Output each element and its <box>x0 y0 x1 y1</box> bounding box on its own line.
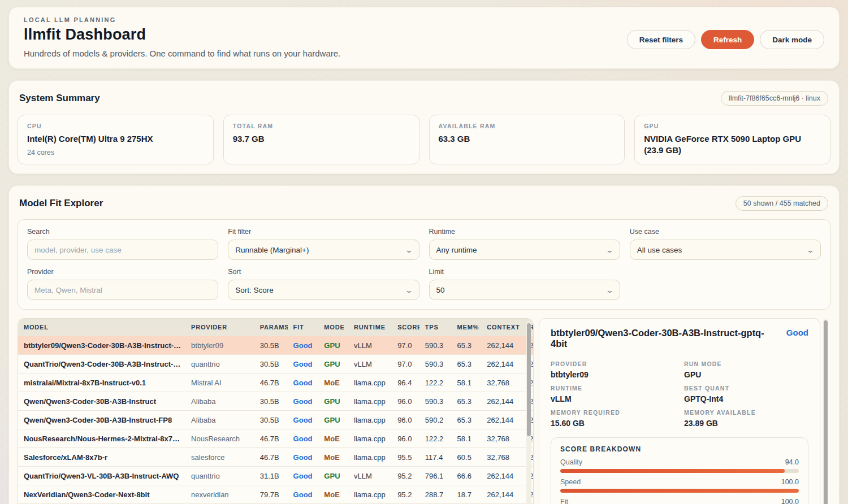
detail-scrollbar-thumb[interactable] <box>824 320 828 504</box>
use-case-select[interactable]: All use cases ⌄ <box>630 240 821 260</box>
detail-field-memory-required: MEMORY REQUIRED15.60 GB <box>551 409 675 428</box>
cell-model: Qwen/Qwen3-Coder-30B-A3B-Instruct-FP8 <box>18 411 185 429</box>
cell-model: btbtyler09/Qwen3-Coder-30B-A3B-Instruct-… <box>18 336 185 355</box>
cell-context: 262,144 <box>481 467 523 485</box>
runtime-filter-group: Runtime Any runtime ⌄ <box>429 228 620 260</box>
detail-field-label: MEMORY AVAILABLE <box>684 409 808 416</box>
fit-filter-label: Fit filter <box>228 228 419 236</box>
cell-model: mistralai/Mixtral-8x7B-Instruct-v0.1 <box>18 373 185 392</box>
limit-filter-group: Limit 50 ⌄ <box>429 268 620 300</box>
cell-model: NexVeridian/Qwen3-Coder-Next-8bit <box>18 485 185 504</box>
detail-field-label: BEST QUANT <box>684 385 808 392</box>
search-field-group: Search <box>27 228 218 260</box>
dashboard-page: LOCAL LLM PLANNING llmfit Dashboard Hund… <box>0 0 848 504</box>
cell-context: 32,768 <box>481 429 523 448</box>
use-case-label: Use case <box>630 228 821 236</box>
match-count-badge: 50 shown / 455 matched <box>735 196 828 211</box>
cell-provider: salesforce <box>185 448 254 467</box>
runtime-label: Runtime <box>429 228 620 236</box>
cell-tps: 590.3 <box>419 355 452 373</box>
stat-value: 93.7 GB <box>233 133 410 145</box>
system-summary-title: System Summary <box>19 93 100 104</box>
table-row[interactable]: Salesforce/xLAM-8x7b-rsalesforce46.7BGoo… <box>18 448 534 467</box>
cell-runtime: llama.cpp <box>348 448 392 467</box>
column-header-tps: TPS <box>419 319 452 336</box>
stat-value: NVIDIA GeForce RTX 5090 Laptop GPU (23.9… <box>644 133 821 157</box>
page-title: llmfit Dashboard <box>24 26 340 44</box>
table-scrollbar-thumb[interactable] <box>527 323 531 436</box>
column-header-runtime: RUNTIME <box>348 319 392 336</box>
chevron-down-icon: ⌄ <box>404 246 413 254</box>
stat-label: TOTAL RAM <box>233 123 410 129</box>
sort-filter-group: Sort Sort: Score ⌄ <box>228 268 419 300</box>
cell-model: QuantTrio/Qwen3-Coder-30B-A3B-Instruct-A… <box>18 355 185 373</box>
cell-runtime: llama.cpp <box>348 392 392 411</box>
score-breakdown-heading: SCORE BREAKDOWN <box>560 445 799 453</box>
sort-select[interactable]: Sort: Score ⌄ <box>228 280 419 300</box>
column-header-provider: PROVIDER <box>185 319 254 336</box>
cell-score: 96.4 <box>392 373 419 392</box>
system-summary-section: System Summary llmfit-7f86f65cc6-mnlj6 ·… <box>8 80 840 174</box>
cell-score: 97.0 <box>392 336 419 355</box>
cell-provider: nexveridian <box>185 485 254 504</box>
column-header-score: SCORE <box>392 319 419 336</box>
cell-mode: MoE <box>318 429 348 448</box>
table-row[interactable]: Qwen/Qwen3-Coder-30B-A3B-Instruct-FP8Ali… <box>18 411 534 429</box>
column-header-mode: MODE <box>318 319 348 336</box>
refresh-button[interactable]: Refresh <box>701 30 754 49</box>
search-input[interactable] <box>27 240 218 260</box>
column-header-mem: MEM% <box>452 319 482 336</box>
detail-field-value: 15.60 GB <box>551 419 675 428</box>
model-table-card: MODELPROVIDERPARAMSFITMODERUNTIMESCORETP… <box>18 318 534 504</box>
cell-provider: Alibaba <box>185 411 254 429</box>
table-scrollbar[interactable] <box>526 321 531 504</box>
cell-fit: Good <box>288 485 319 504</box>
cell-score: 95.5 <box>392 448 419 467</box>
column-header-fit: FIT <box>288 319 319 336</box>
score-bar-value: 100.0 <box>781 498 799 504</box>
limit-select[interactable]: 50 ⌄ <box>429 280 620 300</box>
reset-filters-button[interactable]: Reset filters <box>627 30 695 49</box>
provider-input[interactable] <box>27 280 218 300</box>
table-row[interactable]: mistralai/Mixtral-8x7B-Instruct-v0.1Mist… <box>18 373 534 392</box>
fit-filter-select[interactable]: Runnable (Marginal+) ⌄ <box>228 240 419 260</box>
stat-card-available-ram: AVAILABLE RAM63.3 GB <box>429 115 625 164</box>
use-case-value: All use cases <box>637 246 682 254</box>
chevron-down-icon: ⌄ <box>605 246 614 254</box>
cell-runtime: llama.cpp <box>348 411 392 429</box>
use-case-filter-group: Use case All use cases ⌄ <box>630 228 821 260</box>
score-bar-row-fit: Fit100.0 <box>560 498 799 504</box>
table-row[interactable]: QuantTrio/Qwen3-VL-30B-A3B-Instruct-AWQq… <box>18 467 534 485</box>
cell-tps: 796.1 <box>419 467 452 485</box>
score-breakdown-card: SCORE BREAKDOWN Quality94.0Speed100.0Fit… <box>551 437 808 504</box>
eyebrow: LOCAL LLM PLANNING <box>24 16 340 23</box>
cell-fit: Good <box>288 467 319 485</box>
cell-fit: Good <box>288 392 319 411</box>
detail-field-run-mode: RUN MODEGPU <box>684 360 808 379</box>
cell-tps: 288.7 <box>419 485 452 504</box>
cell-score: 96.0 <box>392 411 419 429</box>
cell-context: 262,144 <box>481 336 523 355</box>
model-fit-explorer-section: Model Fit Explorer 50 shown / 455 matche… <box>8 185 840 504</box>
runtime-select[interactable]: Any runtime ⌄ <box>429 240 620 260</box>
sort-value: Sort: Score <box>235 286 274 294</box>
cell-provider: btbtyler09 <box>185 336 254 355</box>
table-row[interactable]: Qwen/Qwen3-Coder-30B-A3B-InstructAlibaba… <box>18 392 534 411</box>
table-row[interactable]: NexVeridian/Qwen3-Coder-Next-8bitnexveri… <box>18 485 534 504</box>
table-header-row: MODELPROVIDERPARAMSFITMODERUNTIMESCORETP… <box>18 319 534 336</box>
limit-value: 50 <box>436 286 445 294</box>
cell-mem: 58.1 <box>452 373 482 392</box>
cell-context: 262,144 <box>481 392 523 411</box>
score-bar-row-speed: Speed100.0 <box>560 478 799 486</box>
table-row[interactable]: NousResearch/Nous-Hermes-2-Mixtral-8x7B-… <box>18 429 534 448</box>
dark-mode-button[interactable]: Dark mode <box>760 30 824 49</box>
detail-model-title: btbtyler09/Qwen3-Coder-30B-A3B-Instruct-… <box>551 328 781 349</box>
table-row[interactable]: QuantTrio/Qwen3-Coder-30B-A3B-Instruct-A… <box>18 355 534 373</box>
detail-fields: PROVIDERbtbtyler09RUN MODEGPURUNTIMEvLLM… <box>551 360 808 428</box>
cell-score: 95.2 <box>392 485 419 504</box>
cell-context: 262,144 <box>481 485 523 504</box>
table-row[interactable]: btbtyler09/Qwen3-Coder-30B-A3B-Instruct-… <box>18 336 534 355</box>
detail-scrollbar[interactable] <box>823 319 828 504</box>
fit-filter-value: Runnable (Marginal+) <box>235 246 309 254</box>
score-bar-label: Quality <box>560 458 582 466</box>
